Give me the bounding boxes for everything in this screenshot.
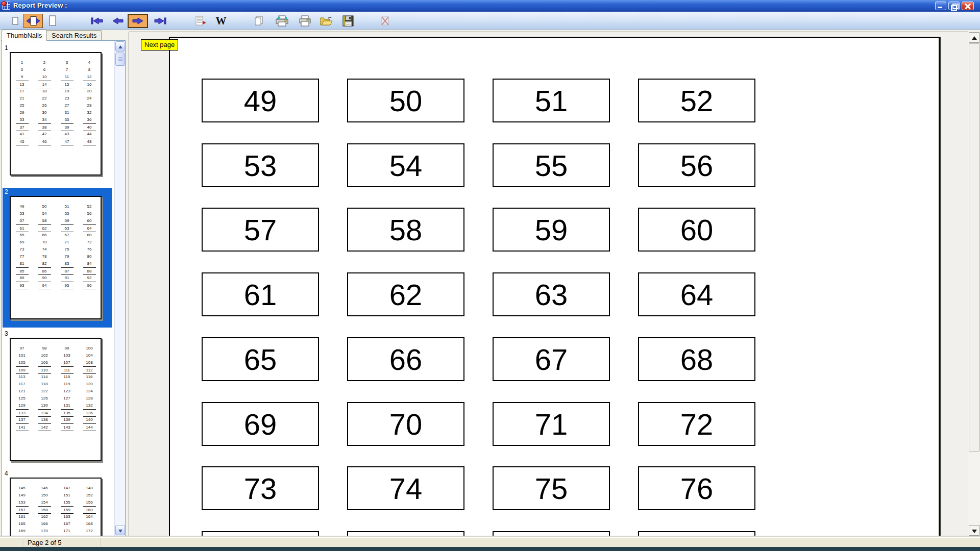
thumbnail-cell: 7: [56, 66, 78, 73]
thumbnail-cell: 14: [33, 81, 56, 88]
thumbnail-cell: 64: [78, 224, 101, 232]
toolbar-save-button[interactable]: [341, 14, 355, 28]
thumbnail-cell: 162: [33, 513, 56, 520]
preview-scroll-up-button[interactable]: [969, 32, 980, 43]
toolbar-whole-page-view-button[interactable]: [46, 14, 59, 28]
thumbnail-cell: 71: [56, 239, 78, 246]
report-cell-58: 58: [347, 208, 464, 252]
thumbnail-cell: 9: [11, 73, 33, 81]
toolbar-last-page-button[interactable]: [152, 14, 168, 28]
toolbar-search-button[interactable]: W: [214, 14, 228, 28]
thumbnail-cell: 135: [56, 409, 78, 416]
printer-setup-icon: [275, 15, 289, 27]
toolbar-first-page-button[interactable]: [89, 14, 105, 28]
thumbnail-cell: 138: [33, 416, 56, 423]
page-fit-icon: [26, 16, 41, 26]
thumbnail-cell: 61: [11, 224, 33, 232]
restore-button[interactable]: [948, 2, 960, 10]
thumbnail-list: 1123456789101112131415161718192021222324…: [2, 41, 115, 536]
thumbnail-cell: 84: [78, 260, 101, 267]
sidebar-scrollbar[interactable]: [114, 41, 125, 536]
thumbnail-cell: 151: [56, 492, 78, 499]
toolbar-goto-page-button[interactable]: [194, 14, 208, 28]
thumbnail-cell: 24: [78, 95, 101, 102]
thumbnail-cell: 45: [11, 138, 33, 145]
report-cell-65: 65: [202, 337, 319, 381]
thumbnail-cell: 112: [78, 366, 101, 373]
thumbnail-cell: 53: [11, 210, 33, 217]
thumbnail-cell: 32: [78, 109, 101, 116]
report-cell-67: 67: [493, 337, 610, 381]
thumbnail-page-1[interactable]: 1123456789101112131415161718192021222324…: [3, 44, 112, 184]
thumbnail-page-4[interactable]: 4145146147148149150151152153154155156157…: [3, 469, 112, 536]
minimize-button[interactable]: [935, 2, 946, 10]
thumbnail-cell: 46: [33, 138, 56, 145]
thumbnail-cell: 154: [33, 499, 56, 506]
thumbnail-page-2[interactable]: 2495051525354555657585960616263646566676…: [3, 188, 112, 328]
toolbar-copy-page-button[interactable]: [252, 14, 265, 28]
thumbnail-cell: 158: [33, 506, 56, 513]
thumbnail-cell: 43: [56, 131, 78, 138]
preview-scrollbar-thumb[interactable]: [969, 43, 980, 452]
arrow-last-icon: [154, 17, 167, 25]
folder-open-icon: [320, 16, 333, 27]
thumbnail-cell: 136: [78, 409, 101, 416]
toolbar-print-button[interactable]: [297, 14, 312, 28]
thumbnail-cell: 168: [78, 520, 101, 528]
thumbnail-cell: 50: [33, 203, 56, 210]
toolbar-prev-page-button[interactable]: [110, 14, 126, 28]
thumbnail-label: 1: [3, 44, 112, 52]
thumbnail-cell: 8: [78, 66, 101, 73]
thumbnail-cell: 147: [56, 485, 78, 492]
toolbar-fit-page-view-button[interactable]: [23, 14, 43, 28]
scroll-down-button[interactable]: [115, 525, 125, 535]
thumbnail-cell: 144: [78, 423, 101, 431]
toolbar-export-button[interactable]: [379, 14, 392, 28]
thumbnail-cell: 131: [56, 402, 78, 409]
toolbar-print-setup-button[interactable]: [274, 14, 290, 28]
thumbnail-cell: 81: [11, 260, 33, 267]
thumbnail-cell: 149: [11, 492, 33, 499]
scrollbar-thumb[interactable]: [115, 53, 125, 66]
thumbnail-page-3[interactable]: 3979899100101102103104105106107108109110…: [3, 330, 112, 469]
thumbnail-cell: 19: [56, 88, 78, 95]
thumbnail-cell: 72: [78, 239, 101, 246]
toolbar-next-page-button[interactable]: [128, 14, 148, 28]
statusbar-separator: [23, 539, 24, 546]
thumbnail-cell: 95: [56, 282, 78, 289]
tab-search-results[interactable]: Search Results: [46, 30, 102, 40]
preview-scroll-down-button[interactable]: [969, 525, 980, 536]
thumbnail-cell: 40: [78, 123, 101, 131]
thumbnail-cell: 141: [11, 423, 33, 431]
title-bar: Report Preview :: [0, 0, 980, 11]
scroll-up-button[interactable]: [115, 41, 125, 52]
report-cell-68: 68: [638, 337, 755, 381]
thumbnail-cell: 25: [11, 102, 33, 109]
preview-vertical-scrollbar[interactable]: [968, 32, 980, 536]
thumbnail-cell: 103: [56, 352, 78, 359]
toolbar-open-button[interactable]: [318, 14, 334, 28]
report-cell-53: 53: [202, 143, 319, 187]
thumbnail-cell: 87: [56, 267, 78, 274]
thumbnail-page-preview: 1451461471481491501511521531541551561571…: [10, 478, 102, 536]
report-cell-76: 76: [638, 466, 755, 510]
thumbnail-cell: 74: [33, 246, 56, 253]
thumbnail-cell: 33: [11, 116, 33, 123]
thumbnail-cell: 13: [11, 81, 33, 88]
report-page: 4950515253545556575859606162636465666768…: [169, 37, 940, 536]
thumbnail-cell: 55: [56, 210, 78, 217]
thumbnail-cell: 127: [56, 395, 78, 402]
page-small-icon: [12, 16, 19, 26]
thumbnail-page-preview: 9798991001011021031041051061071081091101…: [10, 338, 102, 461]
tab-thumbnails[interactable]: ThumbNails: [2, 30, 47, 41]
toolbar-page-width-view-button[interactable]: [8, 14, 22, 28]
thumbnail-cell: 67: [56, 232, 78, 239]
thumbnail-cell: 142: [33, 423, 56, 431]
close-window-button[interactable]: [962, 2, 974, 10]
thumbnail-cell: 42: [33, 131, 56, 138]
thumbnail-cell: 100: [78, 345, 101, 352]
report-cell-51: 51: [493, 79, 610, 122]
goto-list-icon: [195, 16, 207, 26]
thumbnail-cell: 75: [56, 246, 78, 253]
thumbnail-cell: 26: [33, 102, 56, 109]
